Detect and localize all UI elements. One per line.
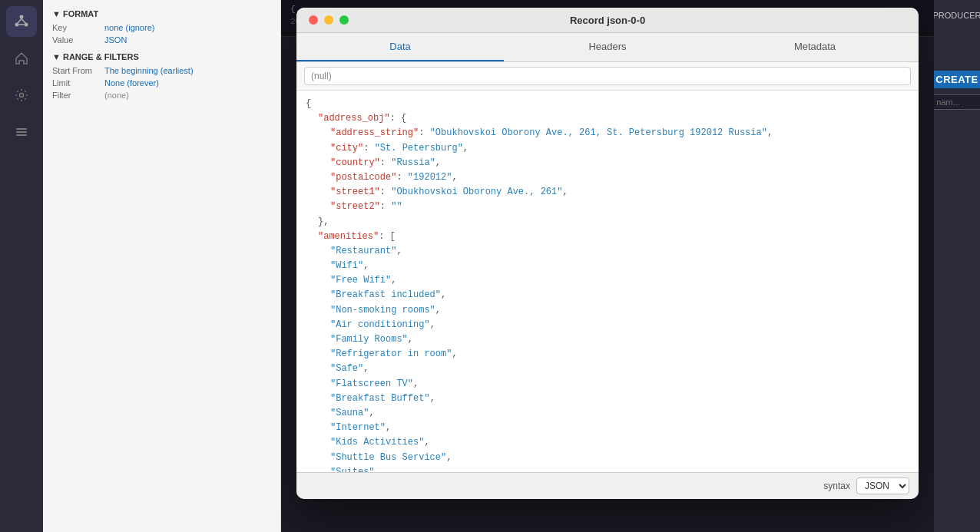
sidebar-icon-home[interactable] [6, 43, 37, 74]
tab-data[interactable]: Data [296, 33, 504, 61]
json-amenity-wifi: "Wifi", [306, 259, 909, 273]
value-label: Value [52, 35, 98, 45]
json-amenity-suites: "Suites", [306, 465, 909, 472]
json-amenity-shuttle: "Shuttle Bus Service", [306, 451, 909, 465]
json-amenities-key: "amenities": [ [306, 230, 909, 244]
sidebar-icon-nodes[interactable] [6, 6, 37, 37]
json-street2: "street2": "" [306, 200, 909, 214]
main-content: {... 2022-10-23 17:50:26 # (null) Record… [281, 0, 934, 532]
settings-icon [14, 88, 29, 103]
syntax-label: syntax [823, 481, 850, 491]
filter-value[interactable]: (none) [104, 91, 129, 100]
modal-titlebar: Record json-0-0 [296, 8, 919, 33]
svg-line-4 [22, 19, 25, 24]
json-amenity-internet: "Internet", [306, 421, 909, 435]
json-amenity-refrigerator: "Refrigerator in room", [306, 347, 909, 362]
range-section-title: ▼ RANGE & FILTERS [52, 52, 271, 61]
json-amenity-breakfast-buffet: "Breakfast Buffet", [306, 392, 909, 406]
json-amenity-restaurant: "Restaurant", [306, 244, 909, 259]
svg-point-0 [20, 15, 24, 19]
json-amenity-kids: "Kids Activities", [306, 435, 909, 450]
json-amenity-free-wifi: "Free Wifi", [306, 273, 909, 288]
start-from-value[interactable]: The beginning (earliest) [104, 66, 194, 75]
tab-headers[interactable]: Headers [504, 33, 711, 61]
key-value[interactable]: none (ignore) [104, 23, 154, 32]
sidebar-icon-list[interactable] [6, 117, 37, 147]
syntax-select[interactable]: JSON Text Binary [856, 477, 909, 494]
json-postalcode: "postalcode": "192012", [306, 170, 909, 185]
value-value[interactable]: JSON [104, 35, 127, 45]
svg-rect-7 [16, 128, 27, 130]
json-address-string: "address_string": "Obukhovskoi Oborony A… [306, 126, 909, 140]
nodes-icon [14, 14, 29, 29]
svg-rect-8 [16, 131, 27, 133]
json-open-brace: { [306, 97, 909, 111]
producer-label[interactable]: PRODUCER [930, 6, 980, 25]
modal-title: Record json-0-0 [570, 15, 645, 26]
right-panel: PRODUCER CREATE [934, 0, 980, 532]
json-amenity-sauna: "Sauna", [306, 406, 909, 421]
traffic-light-yellow[interactable] [324, 15, 333, 25]
start-from-label: Start From [52, 66, 98, 75]
modal-filter-bar [296, 62, 919, 91]
json-city: "city": "St. Petersburg", [306, 141, 909, 156]
json-amenity-family-rooms: "Family Rooms", [306, 332, 909, 347]
json-amenity-breakfast-included: "Breakfast included", [306, 288, 909, 302]
format-section-title: ▼ FORMAT [52, 9, 271, 18]
limit-label: Limit [52, 78, 98, 88]
json-amenity-flatscreen: "Flatscreen TV", [306, 377, 909, 392]
limit-value[interactable]: None (forever) [104, 78, 159, 88]
modal-overlay: Record json-0-0 Data Headers Metadata { … [281, 0, 934, 532]
home-icon [14, 51, 29, 66]
json-street1: "street1": "Obukhovskoi Oborony Ave., 26… [306, 185, 909, 200]
sidebar [0, 0, 43, 532]
list-icon [14, 124, 29, 140]
filter-input[interactable] [304, 67, 911, 85]
key-label: Key [52, 23, 98, 32]
json-amenity-safe: "Safe", [306, 362, 909, 376]
record-modal: Record json-0-0 Data Headers Metadata { … [296, 8, 919, 499]
json-address-obj-key: "address_obj": { [306, 111, 909, 126]
json-address-obj-close: }, [306, 215, 909, 230]
json-country: "country": "Russia", [306, 156, 909, 170]
modal-tabs: Data Headers Metadata [296, 33, 919, 62]
modal-body[interactable]: { "address_obj": { "address_string": "Ob… [296, 91, 919, 472]
filter-label: Filter [52, 91, 98, 100]
sidebar-icon-settings[interactable] [6, 80, 37, 111]
json-amenity-ac: "Air conditioning", [306, 318, 909, 332]
traffic-light-green[interactable] [339, 15, 349, 25]
modal-footer: syntax JSON Text Binary [296, 472, 919, 499]
svg-line-3 [18, 19, 22, 24]
traffic-light-red[interactable] [309, 15, 318, 25]
left-panel: ▼ FORMAT Key none (ignore) Value JSON ▼ … [43, 0, 281, 532]
json-amenity-non-smoking: "Non-smoking rooms", [306, 303, 909, 318]
svg-point-6 [20, 94, 24, 97]
svg-rect-9 [16, 134, 27, 136]
tab-metadata[interactable]: Metadata [711, 33, 919, 61]
